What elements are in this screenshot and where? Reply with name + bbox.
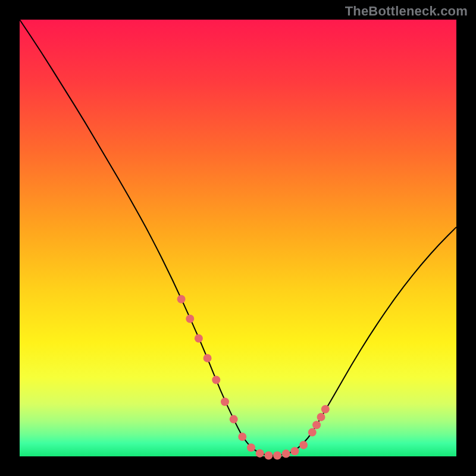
highlight-dot bbox=[195, 334, 203, 343]
highlight-dot bbox=[221, 397, 229, 406]
highlight-dot bbox=[256, 449, 264, 458]
highlight-dot bbox=[299, 441, 308, 449]
highlight-dot bbox=[282, 450, 290, 458]
highlight-dot bbox=[238, 433, 246, 441]
highlight-dot bbox=[308, 428, 317, 437]
watermark-text: TheBottleneck.com bbox=[345, 4, 468, 19]
highlight-dot bbox=[290, 447, 299, 455]
highlight-dot bbox=[212, 376, 220, 384]
highlight-dots-group bbox=[177, 295, 330, 460]
highlight-dot bbox=[177, 295, 186, 303]
highlight-dot bbox=[264, 452, 273, 460]
highlight-dot bbox=[273, 452, 281, 460]
chart-svg bbox=[20, 20, 456, 456]
highlight-dot bbox=[312, 421, 321, 429]
highlight-dot bbox=[321, 405, 330, 414]
chart-frame: TheBottleneck.com bbox=[0, 0, 476, 476]
highlight-dot bbox=[317, 413, 325, 421]
highlight-dot bbox=[203, 354, 212, 362]
highlight-dot bbox=[186, 315, 194, 323]
highlight-dot bbox=[247, 443, 255, 452]
highlight-dot bbox=[230, 415, 238, 424]
bottleneck-curve bbox=[20, 20, 456, 456]
